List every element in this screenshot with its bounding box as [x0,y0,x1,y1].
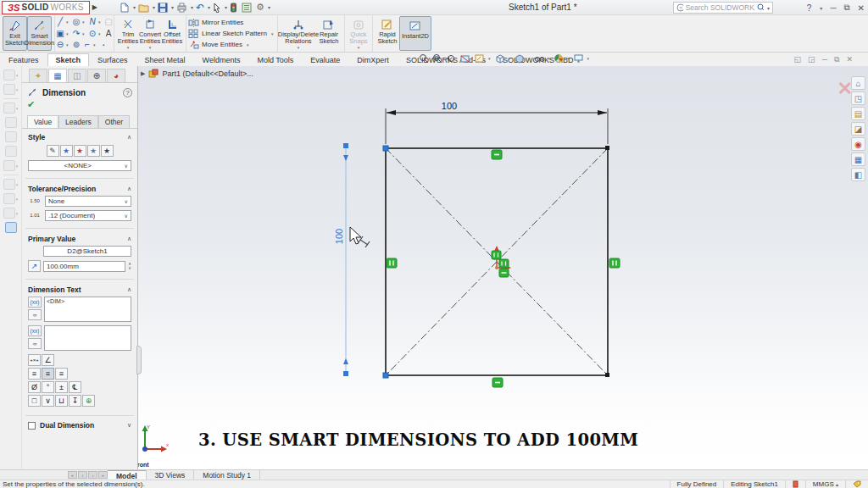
repair-sketch-button[interactable]: Repair Sketch [316,16,342,51]
tab-weldments[interactable]: Weldments [194,53,249,66]
circle-tool-icon[interactable]: ◎ [71,17,81,27]
strip-tool-5[interactable] [5,131,17,142]
new-caret-icon[interactable]: ▾ [133,4,136,10]
pane-right-icon[interactable]: ◲ [808,55,815,64]
centerline-symbol-button[interactable]: ℄ [69,381,81,393]
collapse-icon[interactable]: ∧ [127,286,131,293]
help-search-box[interactable]: ? Search SOLIDWORKS Help ▾ [673,2,773,14]
doc-minimize-icon[interactable]: ─ [822,55,827,64]
display-style-caret-icon[interactable]: ▾ [528,56,531,61]
instant2d-button[interactable]: Instant2D [399,16,431,51]
configurationmanager-tab[interactable]: ◫ [68,69,86,82]
dimension-text-box[interactable]: <DIM> [44,297,131,322]
vertical-dim-endpoint-top[interactable] [343,143,348,148]
strip-tool-3[interactable]: ▾ [3,103,19,114]
corner-point-bottom-right[interactable] [605,373,609,377]
constraint-badge-midpoint-2[interactable] [499,259,509,268]
view-settings-caret-icon[interactable]: ▾ [587,56,590,61]
style-dropdown[interactable]: <NONE> ∨ [28,160,131,171]
view-orientation-icon[interactable] [494,53,505,64]
arc-caret-icon[interactable]: ▾ [82,31,86,36]
linear-pattern-button[interactable]: Linear Sketch Pattern ▾ [188,29,275,39]
vertical-dim-endpoint-bottom[interactable] [343,371,348,376]
style-section-header[interactable]: Style∧ [22,129,137,144]
add-style-button[interactable]: ★ [60,145,73,157]
strip-tool-6[interactable] [5,146,17,157]
slot-tool-icon[interactable]: ⊖ [55,40,65,50]
undo-button[interactable]: ↶ [194,1,206,14]
add-parenthesis-button-2[interactable]: (xx) [28,325,42,336]
menu-flyout-arrow-icon[interactable]: ▶ [92,3,97,11]
inspection-dimension-button[interactable]: ∞ [28,309,42,320]
pane-left-icon[interactable]: ◱ [794,55,802,64]
angle-text-button[interactable]: ∠ [42,354,54,366]
convert-entities-button[interactable]: Convert Entities ▾ [139,16,161,51]
edit-appearance-icon[interactable] [554,53,564,64]
appearances-button[interactable]: ◉ [851,137,865,151]
help-caret-icon[interactable]: ▾ [820,5,822,11]
section-view-icon[interactable] [459,53,470,64]
display-style-icon[interactable] [514,53,525,64]
modify-value-icon[interactable]: ↗ [28,260,41,272]
forum-button[interactable]: ◧ [851,168,865,181]
circle-caret-icon[interactable]: ▾ [82,19,86,25]
diameter-symbol-button[interactable]: Ø [28,381,41,393]
fillet-caret-icon[interactable]: ▾ [93,42,97,47]
tab-other[interactable]: Other [98,115,130,128]
hide-show-caret-icon[interactable]: ▾ [548,56,551,61]
strip-tool-2[interactable]: ▾ [3,84,19,95]
collapse-icon[interactable]: ∧ [127,236,131,242]
primary-value-section-header[interactable]: Primary Value∧ [22,230,137,246]
scroll-prev-button[interactable]: ‹ [78,471,87,479]
zoom-to-fit-icon[interactable] [419,53,429,64]
constraint-badge-vertical-left[interactable] [387,258,397,268]
inspection-dimension-button-2[interactable]: ∞ [28,338,42,349]
strip-tool-9[interactable]: ▾ [3,193,19,204]
tab-sheet-metal[interactable]: Sheet Metal [136,53,194,66]
unit-system[interactable]: MMGS ▴ [805,480,845,488]
more-symbols-button[interactable]: ⊕ [82,395,95,407]
expand-icon[interactable]: ∨ [127,422,131,429]
load-style-button[interactable]: ★ [101,145,114,157]
print-button[interactable] [175,1,189,14]
constraint-badge-midpoint-3[interactable] [499,269,509,277]
display-delete-caret-icon[interactable]: ▾ [298,45,300,50]
strip-tool-7[interactable]: ▾ [3,160,19,171]
dynamic-annotation-icon[interactable] [474,53,485,64]
depth-symbol-button[interactable]: ↧ [69,395,81,407]
add-parenthesis-button[interactable]: (xx) [28,297,42,308]
move-entities-caret-icon[interactable]: ▾ [247,42,251,47]
model-tab[interactable]: Model [108,470,147,480]
degree-symbol-button[interactable]: ° [42,381,54,393]
sw-resources-button[interactable]: ◳ [851,92,865,105]
precision-dropdown[interactable]: .12 (Document) ∨ [45,210,131,221]
exit-sketch-button[interactable]: Exit Sketch [3,16,27,51]
design-library-button[interactable]: ▤ [851,107,865,120]
save-caret-icon[interactable]: ▾ [171,4,174,10]
collapse-icon[interactable]: ∧ [127,186,131,192]
motion-study-tab[interactable]: Motion Study 1 [194,470,260,480]
ellipse-caret-icon[interactable]: ▾ [98,31,103,36]
strip-tool-10[interactable]: ▾ [3,208,19,219]
open-caret-icon[interactable]: ▾ [153,4,155,10]
dual-dimension-checkbox[interactable] [28,422,36,430]
delete-style-button[interactable]: ★ [74,145,86,157]
smart-dimension-button[interactable]: Smart Dimension [27,16,52,51]
tolerance-type-dropdown[interactable]: None ∨ [45,196,131,207]
tab-value[interactable]: Value [27,115,58,128]
corner-point-top-left[interactable] [383,146,388,151]
ellipse-tool-icon[interactable]: ⊙ [87,29,97,39]
print-caret-icon[interactable]: ▾ [191,4,193,10]
text-tool-icon[interactable]: A [103,29,114,39]
tab-mold-tools[interactable]: Mold Tools [248,53,302,66]
constraint-badge-vertical-right[interactable] [609,258,620,268]
strip-tool-4[interactable] [5,117,17,128]
scroll-next-button[interactable]: › [88,471,97,479]
dimension-name-field[interactable]: D2@Sketch1 [43,246,131,257]
constraint-badge-horizontal-bottom[interactable] [492,378,503,387]
display-delete-relations-button[interactable]: Display/Delete Relations ▾ [281,16,316,51]
close-button[interactable]: ✕ [858,3,865,13]
justify-right-button[interactable]: ≡ [55,368,68,380]
file-properties-button[interactable] [240,1,253,14]
scroll-last-button[interactable]: » [98,471,108,479]
